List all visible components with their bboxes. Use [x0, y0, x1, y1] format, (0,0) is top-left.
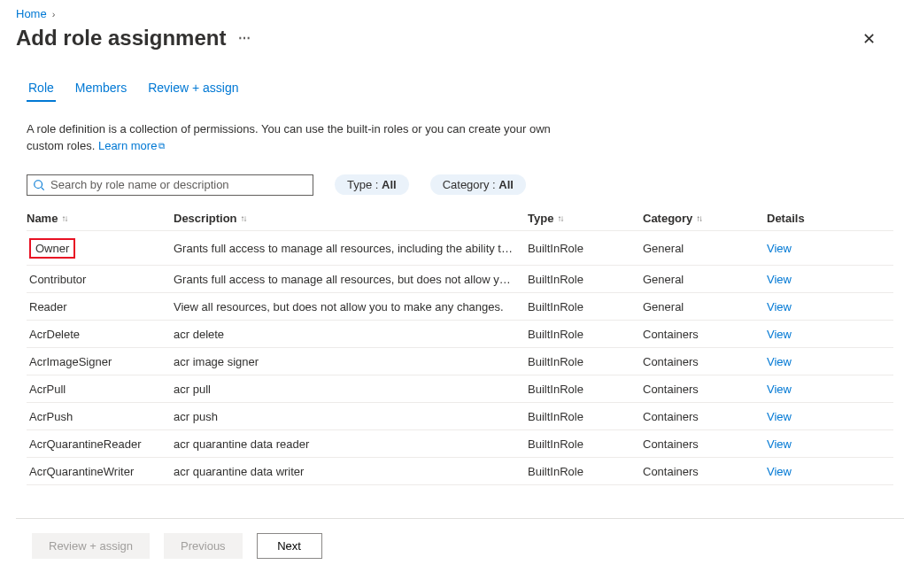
cell-category: Containers — [643, 383, 767, 396]
cell-name: AcrPush — [27, 410, 174, 423]
column-type[interactable]: Type↑↓ — [528, 212, 643, 225]
filter-type-value: All — [382, 178, 397, 191]
cell-type: BuiltInRole — [528, 355, 643, 368]
cell-type: BuiltInRole — [528, 410, 643, 423]
cell-type: BuiltInRole — [528, 273, 643, 286]
cell-details: View — [767, 410, 855, 423]
highlighted-role: Owner — [29, 238, 75, 259]
filter-category-label: Category : — [443, 178, 499, 191]
cell-details: View — [767, 383, 855, 396]
column-name[interactable]: Name↑↓ — [27, 212, 174, 225]
content-scroll[interactable]: Role Members Review + assign A role defi… — [16, 54, 904, 518]
cell-type: BuiltInRole — [528, 437, 643, 451]
table-body: OwnerGrants full access to manage all re… — [27, 231, 893, 485]
chevron-right-icon: › — [52, 9, 56, 19]
cell-details: View — [767, 355, 855, 368]
cell-name: AcrPull — [27, 383, 174, 396]
cell-description: acr delete — [174, 328, 528, 341]
cell-name: AcrQuarantineWriter — [27, 465, 174, 478]
table-row[interactable]: ReaderView all resources, but does not a… — [27, 293, 893, 321]
roles-table: Name↑↓ Description↑↓ Type↑↓ Category↑↓ D… — [16, 205, 904, 485]
cell-category: General — [643, 242, 767, 255]
page-title: Add role assignment ⋯ — [16, 26, 251, 50]
column-details: Details — [767, 212, 855, 225]
cell-name: Reader — [27, 300, 174, 313]
cell-category: General — [643, 300, 767, 313]
cell-details: View — [767, 328, 855, 341]
cell-details: View — [767, 242, 855, 255]
cell-description: acr pull — [174, 383, 528, 396]
horizontal-scrollbar[interactable] — [16, 573, 904, 588]
cell-category: General — [643, 273, 767, 286]
cell-description: acr image signer — [174, 355, 528, 368]
cell-description: acr quarantine data writer — [174, 465, 528, 478]
svg-point-0 — [35, 180, 42, 188]
close-button[interactable]: ✕ — [857, 24, 881, 54]
cell-details: View — [767, 437, 855, 451]
sort-icon: ↑↓ — [557, 213, 562, 223]
table-row[interactable]: AcrQuarantineReaderacr quarantine data r… — [27, 430, 893, 458]
search-icon — [33, 179, 45, 191]
table-row[interactable]: AcrImageSigneracr image signerBuiltInRol… — [27, 348, 893, 375]
cell-category: Containers — [643, 465, 767, 478]
tab-review-assign[interactable]: Review + assign — [146, 77, 240, 102]
cell-type: BuiltInRole — [528, 242, 643, 255]
view-link[interactable]: View — [767, 437, 792, 451]
view-link[interactable]: View — [767, 465, 792, 478]
table-row[interactable]: ContributorGrants full access to manage … — [27, 266, 893, 293]
search-input[interactable] — [50, 178, 307, 191]
cell-name: Owner — [27, 238, 174, 259]
cell-description: Grants full access to manage all resourc… — [174, 242, 528, 255]
table-row[interactable]: AcrPullacr pullBuiltInRoleContainersView — [27, 375, 893, 403]
column-description[interactable]: Description↑↓ — [174, 212, 528, 225]
sort-icon: ↑↓ — [241, 213, 246, 223]
review-assign-button[interactable]: Review + assign — [32, 533, 150, 559]
search-box[interactable] — [27, 174, 313, 196]
next-button[interactable]: Next — [257, 533, 322, 559]
footer: Review + assign Previous Next — [16, 518, 904, 573]
filter-row: Type : All Category : All — [16, 155, 904, 196]
cell-category: Containers — [643, 355, 767, 368]
cell-type: BuiltInRole — [528, 300, 643, 313]
column-category[interactable]: Category↑↓ — [643, 212, 767, 225]
filter-category-value: All — [498, 178, 514, 191]
table-row[interactable]: AcrQuarantineWriteracr quarantine data w… — [27, 458, 893, 485]
sort-icon: ↑↓ — [61, 213, 66, 223]
more-actions-icon[interactable]: ⋯ — [238, 31, 251, 45]
breadcrumb-home-link[interactable]: Home — [16, 7, 47, 20]
external-link-icon: ⧉ — [158, 141, 165, 151]
view-link[interactable]: View — [767, 273, 792, 286]
view-link[interactable]: View — [767, 383, 792, 396]
view-link[interactable]: View — [767, 410, 792, 423]
cell-details: View — [767, 273, 855, 286]
cell-name: Contributor — [27, 273, 174, 286]
learn-more-link[interactable]: Learn more⧉ — [98, 139, 165, 152]
view-link[interactable]: View — [767, 300, 792, 313]
cell-description: acr quarantine data reader — [174, 437, 528, 451]
breadcrumb: Home › — [16, 5, 904, 24]
previous-button[interactable]: Previous — [164, 533, 243, 559]
tab-members[interactable]: Members — [73, 77, 128, 102]
cell-description: Grants full access to manage all resourc… — [174, 273, 528, 286]
table-row[interactable]: AcrDeleteacr deleteBuiltInRoleContainers… — [27, 321, 893, 348]
cell-description: View all resources, but does not allow y… — [174, 300, 528, 313]
view-link[interactable]: View — [767, 242, 792, 255]
view-link[interactable]: View — [767, 355, 792, 368]
table-header: Name↑↓ Description↑↓ Type↑↓ Category↑↓ D… — [27, 205, 893, 231]
cell-details: View — [767, 465, 855, 478]
filter-category-pill[interactable]: Category : All — [430, 174, 526, 195]
cell-category: Containers — [643, 410, 767, 423]
view-link[interactable]: View — [767, 328, 792, 341]
cell-description: acr push — [174, 410, 528, 423]
cell-category: Containers — [643, 437, 767, 451]
filter-type-pill[interactable]: Type : All — [335, 174, 409, 195]
tab-description: A role definition is a collection of per… — [16, 102, 565, 155]
cell-type: BuiltInRole — [528, 383, 643, 396]
cell-type: BuiltInRole — [528, 328, 643, 341]
sort-icon: ↑↓ — [696, 213, 701, 223]
tab-role[interactable]: Role — [27, 77, 56, 102]
table-row[interactable]: AcrPushacr pushBuiltInRoleContainersView — [27, 403, 893, 430]
table-row[interactable]: OwnerGrants full access to manage all re… — [27, 231, 893, 266]
svg-line-1 — [42, 187, 44, 190]
cell-category: Containers — [643, 328, 767, 341]
